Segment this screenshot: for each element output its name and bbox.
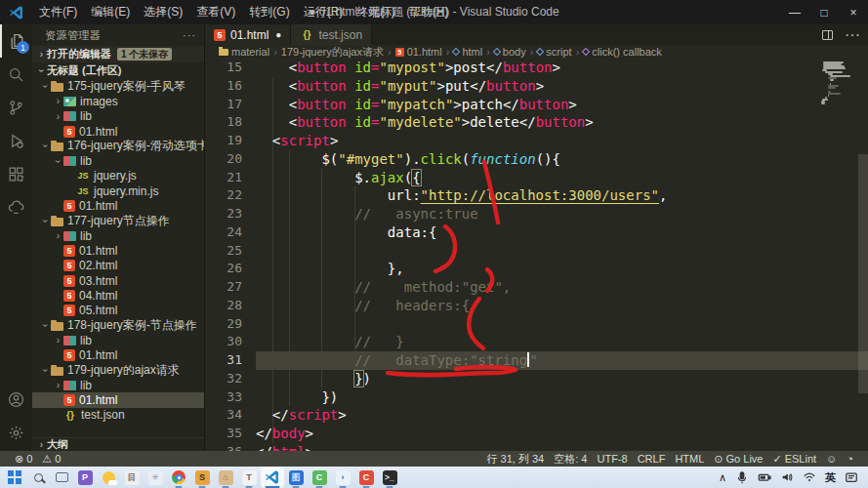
tree-item[interactable]: 504.html bbox=[32, 288, 204, 303]
activity-extensions-icon[interactable] bbox=[0, 157, 32, 190]
activity-account-icon[interactable] bbox=[0, 383, 32, 416]
activity-run-debug-icon[interactable] bbox=[0, 124, 32, 157]
close-button[interactable]: × bbox=[839, 0, 868, 24]
activity-remote-icon[interactable] bbox=[0, 190, 32, 224]
tree-item[interactable]: 501.html bbox=[32, 124, 204, 139]
modified-dot-icon[interactable]: ● bbox=[275, 29, 281, 40]
status-eslint[interactable]: ✓ESLint bbox=[767, 453, 821, 466]
split-editor-icon[interactable] bbox=[822, 30, 833, 40]
tree-item[interactable]: 501.html bbox=[32, 347, 204, 362]
tree-item[interactable]: ›lib bbox=[32, 109, 204, 124]
tree-item[interactable]: 502.html bbox=[32, 259, 204, 273]
status-indentation[interactable]: 空格: 4 bbox=[549, 452, 592, 467]
tree-item[interactable]: ›176-jquery案例-滑动选项卡 bbox=[32, 139, 204, 153]
tree-item[interactable]: ›178-jquery案例-节点操作 bbox=[32, 318, 204, 333]
taskbar-app-t[interactable]: T bbox=[237, 467, 261, 488]
volume-icon[interactable] bbox=[780, 470, 794, 484]
taskbar-home-app[interactable]: ⌂ bbox=[214, 467, 237, 488]
tree-item[interactable]: ›175-jquery案例-手风琴 bbox=[32, 79, 204, 94]
code-editor[interactable]: 1516171819202122232425262728293031323334… bbox=[205, 59, 868, 451]
tree-item[interactable]: ›177-jquery节点操作 bbox=[32, 214, 204, 228]
workspace-section[interactable]: › 无标题 (工作区) bbox=[32, 62, 204, 79]
status-warning-icon[interactable]: ⚠0 bbox=[37, 453, 65, 466]
notification-center[interactable] bbox=[845, 470, 858, 484]
minimize-button[interactable]: — bbox=[780, 0, 809, 24]
breadcrumb-item[interactable]: script bbox=[537, 46, 571, 58]
status-notifications[interactable]: ◔ bbox=[842, 453, 858, 465]
status-feedback[interactable]: ☺ bbox=[821, 453, 842, 465]
menu-item[interactable]: 运行(R) bbox=[297, 0, 351, 24]
status-error-icon[interactable]: ⊗0 bbox=[10, 453, 37, 466]
tab-01.html[interactable]: 501.html● bbox=[205, 24, 291, 45]
status-eol[interactable]: CRLF bbox=[633, 453, 671, 465]
tree-item[interactable]: {}test.json bbox=[32, 408, 204, 423]
taskbar-snowflake-app[interactable]: ✳ bbox=[144, 467, 167, 488]
status-go-live[interactable]: ⊙Go Live bbox=[709, 453, 767, 466]
battery-icon[interactable] bbox=[758, 470, 771, 484]
outline-section[interactable]: › 大纲 bbox=[32, 437, 204, 451]
status-cursor-position[interactable]: 行 31, 列 34 bbox=[482, 452, 550, 467]
tree-item[interactable]: 501.html bbox=[32, 198, 204, 213]
taskbar-app-c-green[interactable]: C bbox=[308, 467, 331, 488]
tree-item[interactable]: 501.html bbox=[32, 392, 204, 407]
tab-test.json[interactable]: {}test.json bbox=[291, 24, 372, 45]
tree-item[interactable]: ›lib bbox=[32, 378, 204, 392]
taskbar-app-p[interactable]: P bbox=[73, 467, 97, 488]
taskbar-app-c-red[interactable]: C bbox=[354, 467, 378, 488]
tree-item[interactable]: ›images bbox=[32, 94, 204, 108]
tree-item-label: jquery.min.js bbox=[94, 184, 158, 198]
editor-scrollbar[interactable] bbox=[858, 154, 868, 393]
activity-search-icon[interactable] bbox=[0, 58, 32, 91]
menu-item[interactable]: 帮助(H) bbox=[402, 0, 456, 24]
taskbar-terminal-app[interactable]: >_ bbox=[378, 467, 401, 488]
microphone-icon[interactable] bbox=[735, 470, 749, 484]
tree-item[interactable]: ›179-jquery的ajax请求 bbox=[32, 363, 204, 378]
status-label: 行 31, 列 34 bbox=[487, 452, 545, 467]
tree-item[interactable]: JSjquery.js bbox=[32, 169, 204, 183]
breadcrumb-item[interactable]: click() callback bbox=[583, 46, 662, 58]
menu-item[interactable]: 查看(V) bbox=[189, 0, 242, 24]
taskbar-chrome[interactable] bbox=[167, 467, 190, 488]
activity-settings-icon[interactable] bbox=[0, 416, 32, 449]
chevron-down-icon: › bbox=[36, 65, 47, 76]
taskbar-snipaste[interactable]: S bbox=[190, 467, 214, 488]
html-file-icon: 5 bbox=[395, 48, 404, 57]
menu-item[interactable]: 选择(S) bbox=[137, 0, 189, 24]
taskbar-app-blue[interactable]: 图 bbox=[284, 467, 308, 488]
breadcrumb-item[interactable]: html bbox=[453, 46, 482, 58]
taskbar-start-button[interactable] bbox=[3, 467, 26, 488]
breadcrumb-item[interactable]: 179-jquery的ajax请求 bbox=[281, 45, 384, 60]
taskbar-task-view[interactable] bbox=[50, 467, 73, 488]
status-encoding[interactable]: UTF-8 bbox=[592, 453, 632, 465]
taskbar-search-button[interactable] bbox=[26, 467, 50, 488]
breadcrumb-separator: › bbox=[486, 46, 490, 58]
input-language[interactable]: 英 bbox=[825, 470, 836, 485]
activity-files-icon[interactable]: 1 bbox=[0, 24, 32, 58]
breadcrumb-item[interactable]: 501.html bbox=[395, 46, 442, 58]
menu-item[interactable]: 终端(T) bbox=[350, 0, 401, 24]
menu-item[interactable]: 文件(F) bbox=[32, 0, 84, 24]
tray-expand[interactable]: ∧ bbox=[719, 471, 726, 484]
editor-more-actions-icon[interactable]: ··· bbox=[845, 26, 860, 44]
tree-item[interactable]: 501.html bbox=[32, 243, 204, 258]
taskbar-app-swoosh[interactable]: ◗ bbox=[331, 467, 354, 488]
tree-item[interactable]: 503.html bbox=[32, 273, 204, 288]
explorer-more-actions-icon[interactable]: ··· bbox=[183, 29, 196, 41]
wifi-icon[interactable] bbox=[803, 470, 816, 484]
tree-item[interactable]: ›lib bbox=[32, 228, 204, 243]
status-language-mode[interactable]: HTML bbox=[670, 453, 709, 465]
tree-item[interactable]: ›lib bbox=[32, 153, 204, 168]
maximize-button[interactable]: □ bbox=[809, 0, 839, 24]
activity-source-control-icon[interactable] bbox=[0, 91, 32, 124]
open-editors-section[interactable]: › 打开的编辑器 1 个未保存 bbox=[32, 46, 204, 62]
menu-item[interactable]: 转到(G) bbox=[242, 0, 296, 24]
breadcrumb-item[interactable]: material bbox=[219, 46, 269, 58]
taskbar-notebook-app[interactable]: 目 bbox=[120, 467, 144, 488]
taskbar-vscode[interactable] bbox=[261, 467, 284, 488]
tree-item[interactable]: JSjquery.min.js bbox=[32, 183, 204, 198]
taskbar-weather[interactable] bbox=[97, 467, 120, 488]
menu-item[interactable]: 编辑(E) bbox=[84, 0, 137, 24]
breadcrumb-item[interactable]: body bbox=[494, 46, 526, 58]
tree-item[interactable]: ›lib bbox=[32, 333, 204, 347]
tree-item[interactable]: 505.html bbox=[32, 303, 204, 317]
